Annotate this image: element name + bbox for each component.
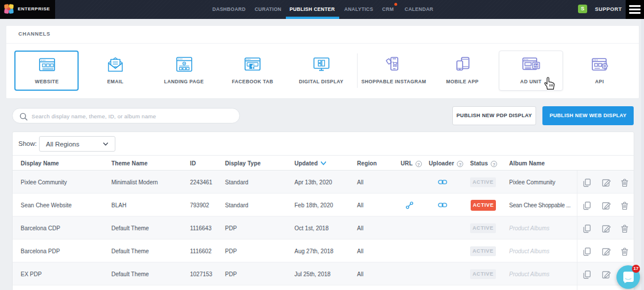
svg-text:Ad: Ad (534, 64, 538, 67)
